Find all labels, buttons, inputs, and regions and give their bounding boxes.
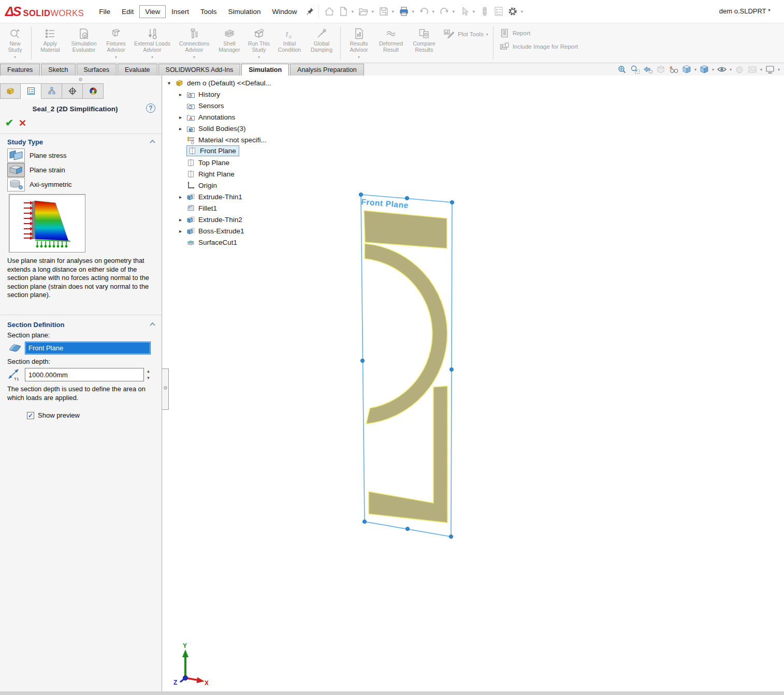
collapse-chevron-icon[interactable] xyxy=(150,322,155,326)
include-image-for-report-button[interactable]: Include Image for Report xyxy=(499,41,578,52)
initial-condition-button[interactable]: t0 Initial Condition xyxy=(273,25,306,63)
undo-dropdown-icon[interactable]: ▾ xyxy=(432,9,434,14)
options-dropdown-icon[interactable]: ▾ xyxy=(521,9,523,14)
tab-analysis-preparation[interactable]: Analysis Preparation xyxy=(290,64,364,76)
dropdown-arrow-icon[interactable]: ▾ xyxy=(358,54,360,61)
save-icon[interactable] xyxy=(378,5,390,18)
study-option-plane-strain[interactable]: Plane strain xyxy=(7,162,65,177)
view-orientation-dropdown-icon[interactable]: ▾ xyxy=(694,67,696,72)
hide-show-items-icon[interactable] xyxy=(717,64,727,75)
dropdown-arrow-icon[interactable]: ▾ xyxy=(151,54,153,61)
ok-button[interactable]: ✔ xyxy=(5,117,13,129)
display-style-dropdown-icon[interactable]: ▾ xyxy=(712,67,714,72)
tree-item-solid-bodies[interactable]: ▸ Solid Bodies(3) xyxy=(179,123,246,134)
tree-item-extrude-thin2[interactable]: ▸ Extrude-Thin2 xyxy=(179,214,242,225)
open-dropdown-icon[interactable]: ▾ xyxy=(372,9,374,14)
undo-icon[interactable] xyxy=(418,5,430,18)
dropdown-arrow-icon[interactable]: ▾ xyxy=(486,32,488,37)
properties-icon[interactable] xyxy=(492,5,505,18)
tree-item-fillet1[interactable]: Fillet1 xyxy=(186,203,217,214)
hide-show-items-dropdown-icon[interactable]: ▾ xyxy=(730,67,732,72)
tree-item-root[interactable]: ▾ dem o (Default) <<Defaul... xyxy=(168,78,271,88)
collapsed-arrow-icon[interactable]: ▸ xyxy=(179,228,186,234)
fixtures-advisor-button[interactable]: Fixtures Advisor ▾ xyxy=(101,25,130,63)
apply-scene-icon[interactable] xyxy=(747,64,758,75)
panel-flyout-handle[interactable] xyxy=(162,368,169,410)
plane-strain-icon[interactable] xyxy=(7,163,25,177)
previous-view-icon[interactable] xyxy=(643,64,653,75)
menu-view[interactable]: View xyxy=(139,5,166,18)
tree-item-extrude-thin1[interactable]: ▸ Extrude-Thin1 xyxy=(179,191,242,202)
tree-selection-highlight[interactable]: Front Plane xyxy=(186,145,239,156)
view-settings-icon[interactable] xyxy=(765,64,775,75)
plot-tools-button[interactable]: Plot Tools ▾ xyxy=(441,26,490,42)
front-plane-preview-geometry[interactable] xyxy=(352,186,461,543)
deformed-result-button[interactable]: Deformed Result xyxy=(374,25,408,63)
simulation-evaluator-button[interactable]: Simulation Evaluator xyxy=(66,25,101,63)
tree-item-surfacecut1[interactable]: SurfaceCut1 xyxy=(186,237,237,248)
new-document-dropdown-icon[interactable]: ▾ xyxy=(352,9,354,14)
display-style-icon[interactable] xyxy=(699,64,709,75)
tab-simulation[interactable]: Simulation xyxy=(241,64,289,76)
select-icon[interactable] xyxy=(458,5,471,18)
annotation-visibility-icon[interactable]: A xyxy=(669,64,679,75)
zoom-to-fit-icon[interactable] xyxy=(617,64,627,75)
menu-simulation[interactable]: Simulation xyxy=(223,5,267,18)
spinner-down-icon[interactable]: ▼ xyxy=(147,376,151,380)
results-advisor-button[interactable]: Results Advisor ▾ xyxy=(343,25,374,63)
section-view-icon[interactable] xyxy=(656,64,666,75)
help-icon[interactable]: ? xyxy=(146,103,155,113)
tab-sketch[interactable]: Sketch xyxy=(41,64,75,76)
edit-appearance-icon[interactable] xyxy=(734,64,745,75)
apply-scene-dropdown-icon[interactable]: ▾ xyxy=(760,67,762,72)
connections-advisor-button[interactable]: Connections Advisor ▾ xyxy=(174,25,214,63)
tree-item-annotations[interactable]: ▸ A Annotations xyxy=(179,112,235,123)
print-icon[interactable] xyxy=(398,5,410,18)
panel-resize-grip[interactable] xyxy=(79,78,82,81)
tree-item-material[interactable]: Material <not specifi... xyxy=(186,135,267,145)
tab-surfaces[interactable]: Surfaces xyxy=(77,64,117,76)
new-document-icon[interactable] xyxy=(337,5,350,18)
section-depth-input[interactable] xyxy=(25,368,144,381)
tab-propertymanager[interactable] xyxy=(21,83,41,99)
shell-manager-button[interactable]: Shell Manager xyxy=(214,25,244,63)
collapsed-arrow-icon[interactable]: ▸ xyxy=(179,92,186,97)
study-option-plane-stress[interactable]: Plane stress xyxy=(7,148,67,162)
expanded-arrow-icon[interactable]: ▾ xyxy=(168,80,175,86)
dropdown-arrow-icon[interactable]: ▾ xyxy=(115,54,117,61)
tab-features[interactable]: Features xyxy=(0,64,40,76)
redo-dropdown-icon[interactable]: ▾ xyxy=(453,9,455,14)
run-this-study-button[interactable]: Run This Study ▾ xyxy=(244,25,273,63)
section-top-bar[interactable] xyxy=(364,211,447,248)
external-loads-advisor-button[interactable]: External Loads Advisor ▾ xyxy=(130,25,174,63)
cancel-button[interactable]: ✕ xyxy=(19,117,26,129)
redo-icon[interactable] xyxy=(438,5,451,18)
plane-stress-icon[interactable] xyxy=(7,149,25,162)
collapsed-arrow-icon[interactable]: ▸ xyxy=(179,114,186,120)
study-option-axi-symmetric[interactable]: Axi-symmetric xyxy=(7,177,72,191)
tree-item-origin[interactable]: Origin xyxy=(186,180,217,191)
collapsed-arrow-icon[interactable]: ▸ xyxy=(179,194,186,200)
tab-displaymanager[interactable] xyxy=(83,83,104,99)
tab-solidworks-add-ins[interactable]: SOLIDWORKS Add-Ins xyxy=(158,64,241,76)
pin-menu-icon[interactable] xyxy=(306,7,314,16)
collapsed-arrow-icon[interactable]: ▸ xyxy=(179,126,186,131)
section-depth-spinner[interactable]: ▲ ▼ xyxy=(144,368,152,381)
apply-material-button[interactable]: Apply Material xyxy=(34,25,66,63)
home-icon[interactable] xyxy=(323,5,336,18)
tree-item-right-plane[interactable]: Right Plane xyxy=(186,169,235,180)
menu-tools[interactable]: Tools xyxy=(195,5,223,18)
dropdown-arrow-icon[interactable]: ▾ xyxy=(258,54,260,61)
compare-results-button[interactable]: Compare Results xyxy=(408,25,441,63)
dropdown-arrow-icon[interactable]: ▾ xyxy=(14,54,16,61)
save-dropdown-icon[interactable]: ▾ xyxy=(392,9,394,14)
tab-featuremanager[interactable] xyxy=(0,83,21,99)
print-dropdown-icon[interactable]: ▾ xyxy=(412,9,414,14)
tree-item-top-plane[interactable]: Top Plane xyxy=(186,157,229,168)
section-plane-selection-box[interactable]: Front Plane xyxy=(25,342,151,354)
tree-item-history[interactable]: ▸ History xyxy=(179,89,220,100)
open-icon[interactable] xyxy=(357,5,370,18)
tree-item-sensors[interactable]: Sensors xyxy=(186,100,224,111)
options-gear-icon[interactable] xyxy=(506,5,519,18)
global-damping-button[interactable]: Global Damping xyxy=(306,25,338,63)
